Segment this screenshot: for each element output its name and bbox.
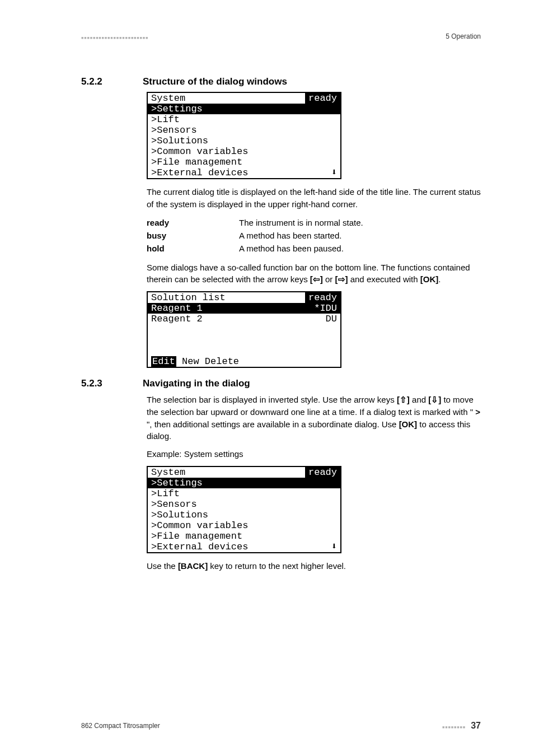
lcd-item: >Lift xyxy=(148,114,340,125)
lcd-item: >Common variables xyxy=(148,520,340,531)
scroll-down-icon: ⬇ xyxy=(328,542,340,552)
lcd-status: ready xyxy=(305,292,340,303)
lcd-item: >External devices xyxy=(148,542,328,552)
lcd-blank xyxy=(148,335,340,346)
key-back: [BACK] xyxy=(178,561,208,571)
paragraph: The selection bar is displayed in invert… xyxy=(147,394,481,442)
lcd-status: ready xyxy=(305,467,340,478)
def-term: hold xyxy=(147,244,239,253)
footer-right: ■■■■■■■■ 37 xyxy=(442,721,481,731)
key-left: [⇦] xyxy=(310,274,323,284)
gt-symbol: > xyxy=(475,407,480,417)
page-footer: 862 Compact Titrosampler ■■■■■■■■ 37 xyxy=(81,721,481,731)
text: key to return to the next higher level. xyxy=(208,561,346,571)
text: The selection bar is displayed in invert… xyxy=(147,395,397,404)
def-desc: A method has been started. xyxy=(239,231,481,240)
lcd-item: >File management xyxy=(148,157,340,167)
paragraph: Use the [BACK] key to return to the next… xyxy=(147,560,481,572)
lcd-item: >File management xyxy=(148,531,340,542)
lcd-title: System xyxy=(148,467,305,478)
section-num: 5.2.3 xyxy=(81,378,143,389)
lcd-value: DU xyxy=(322,314,340,324)
text: . xyxy=(438,274,441,284)
lcd-blank xyxy=(148,324,340,335)
fn-selected: Edit xyxy=(151,356,176,367)
paragraph: Some dialogs have a so-called function b… xyxy=(147,262,481,286)
lcd-item-selected: >Settings xyxy=(148,104,340,114)
lcd-item: >Sensors xyxy=(148,499,340,510)
section-523-heading: 5.2.3Navigating in the dialog xyxy=(81,378,481,389)
lcd-status: ready xyxy=(305,93,340,104)
key-right: [⇨] xyxy=(335,274,348,284)
lcd-screen-3: System ready >Settings >Lift >Sensors >S… xyxy=(147,466,341,553)
lcd-title: System xyxy=(148,93,305,104)
scroll-down-icon: ⬇ xyxy=(328,167,340,178)
header-section: 5 Operation xyxy=(446,32,481,40)
paragraph: The current dialog title is displayed on… xyxy=(147,186,481,211)
lcd-blank xyxy=(148,346,340,356)
key-ok: [OK] xyxy=(399,419,418,429)
lcd-item: >Solutions xyxy=(148,136,340,146)
section-522-heading: 5.2.2Structure of the dialog windows xyxy=(81,76,481,87)
key-up: [⇧] xyxy=(397,395,410,404)
page-number: 37 xyxy=(471,721,481,730)
page-header: ■■■■■■■■■■■■■■■■■■■■■■■ 5 Operation xyxy=(81,32,481,43)
text: and xyxy=(410,395,428,404)
text: or xyxy=(323,274,335,284)
text: ", then additional settings are availabl… xyxy=(147,419,399,429)
fn-rest: New Delete xyxy=(176,356,239,367)
lcd-value: *IDU xyxy=(311,303,340,314)
def-term: busy xyxy=(147,231,239,240)
lcd-item: >Sensors xyxy=(148,125,340,136)
lcd-screen-2: Solution list ready Reagent 1 *IDU Reage… xyxy=(147,291,341,368)
def-row: hold A method has been paused. xyxy=(147,242,481,255)
lcd-item-selected: >Settings xyxy=(148,478,340,488)
lcd-item: >Solutions xyxy=(148,510,340,520)
lcd-item-selected: Reagent 1 xyxy=(148,303,311,314)
header-dots: ■■■■■■■■■■■■■■■■■■■■■■■ xyxy=(81,36,148,40)
example-label: Example: System settings xyxy=(147,448,481,460)
text: and executed with xyxy=(348,274,420,284)
section-num: 5.2.2 xyxy=(81,76,143,87)
key-ok: [OK] xyxy=(420,274,439,284)
def-desc: A method has been paused. xyxy=(239,244,481,253)
footer-left: 862 Compact Titrosampler xyxy=(81,722,160,730)
def-term: ready xyxy=(147,218,239,227)
section-title: Navigating in the dialog xyxy=(143,378,250,389)
def-row: ready The instrument is in normal state. xyxy=(147,216,481,229)
section-title: Structure of the dialog windows xyxy=(143,76,287,87)
lcd-item: >External devices xyxy=(148,167,328,178)
lcd-function-bar: Edit New Delete xyxy=(148,356,340,367)
footer-dots: ■■■■■■■■ xyxy=(442,725,466,729)
lcd-screen-1: System ready >Settings >Lift >Sensors >S… xyxy=(147,92,341,179)
text: Use the xyxy=(147,561,178,571)
lcd-item: Reagent 2 xyxy=(148,314,322,324)
lcd-item: >Common variables xyxy=(148,146,340,157)
def-row: busy A method has been started. xyxy=(147,229,481,242)
lcd-item: >Lift xyxy=(148,488,340,499)
key-down: [⇩] xyxy=(428,395,441,404)
lcd-title: Solution list xyxy=(148,292,305,303)
status-definitions: ready The instrument is in normal state.… xyxy=(147,216,481,255)
def-desc: The instrument is in normal state. xyxy=(239,218,481,227)
